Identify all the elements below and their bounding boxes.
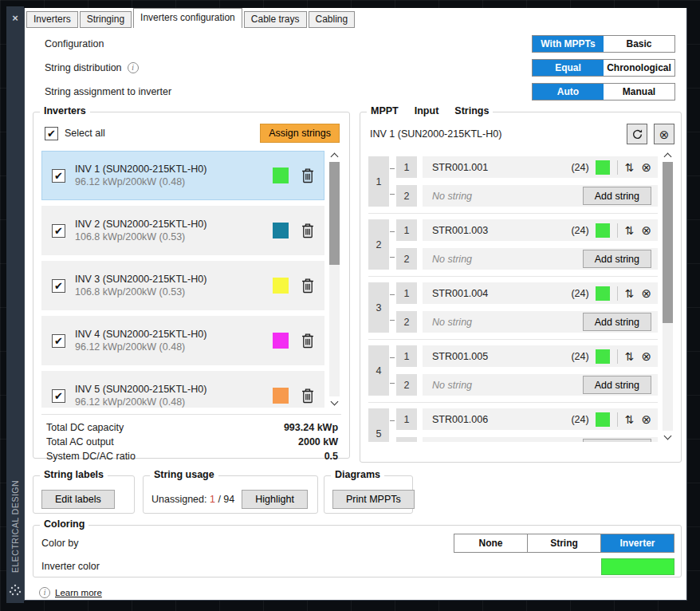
remove-string-icon[interactable]: ⊗ (641, 412, 651, 427)
string-name: STR001.006 (432, 414, 488, 425)
string-distribution-toggle: Equal Chronological (532, 59, 675, 77)
inverter-name: INV 2 (SUN2000-215KTL-H0) (75, 219, 206, 230)
remove-string-icon[interactable]: ⊗ (641, 349, 651, 364)
mppt-list: 1 1 2 STR001.001 (24) ⇅ (368, 151, 658, 442)
with-mppts-option[interactable]: With MPPTs (533, 36, 604, 52)
grip-icon[interactable] (9, 584, 22, 597)
no-string-label: No string (432, 380, 472, 391)
inverter-color-swatch[interactable] (273, 223, 289, 238)
inverter-row-4[interactable]: ✔ INV 4 (SUN2000-215KTL-H0) 96.12 kWp/20… (41, 316, 324, 365)
input-number: 2 (396, 437, 417, 442)
inverter-1-checkbox[interactable]: ✔ (52, 169, 65, 183)
refresh-button[interactable] (627, 124, 647, 144)
scrollbar-thumb[interactable] (329, 162, 340, 265)
clear-assignment-button[interactable]: ⊗ (654, 124, 674, 144)
inverter-color-swatch[interactable] (273, 333, 289, 349)
string-name: STR001.004 (432, 288, 488, 299)
select-all-checkbox[interactable]: ✔ (45, 127, 58, 140)
tab-stringing[interactable]: Stringing (80, 11, 132, 28)
string-assignment-row: String assignment to inverter Auto Manua… (45, 83, 675, 101)
auto-option[interactable]: Auto (533, 84, 604, 100)
mppt-strings-legend: MPPT Input Strings (367, 105, 493, 116)
swap-string-icon[interactable]: ⇅ (625, 413, 635, 426)
empty-string-row: No string Add string (423, 311, 658, 333)
chronological-option[interactable]: Chronological (604, 60, 674, 76)
scroll-up-icon[interactable] (331, 153, 339, 161)
add-string-button[interactable]: Add string (583, 313, 651, 331)
delete-inverter-icon[interactable] (301, 333, 314, 349)
add-string-button[interactable]: Add string (583, 439, 651, 442)
strings-scrollbar[interactable] (661, 151, 674, 442)
inverter-color-picker[interactable] (601, 558, 674, 575)
inverter-details: 106.8 kWp/200kW (0.53) (75, 231, 206, 242)
coloring-box: Coloring Color by None String Inverter I… (33, 525, 682, 577)
inverter-row-1[interactable]: ✔ INV 1 (SUN2000-215KTL-H0) 96.12 kWp/20… (41, 151, 324, 200)
inverter-5-checkbox[interactable]: ✔ (52, 389, 65, 403)
manual-option[interactable]: Manual (604, 84, 674, 100)
inverter-row-3[interactable]: ✔ INV 3 (SUN2000-215KTL-H0) 106.8 kWp/20… (41, 261, 324, 310)
tab-cable-trays[interactable]: Cable trays (244, 11, 307, 28)
string-assignment-label: String assignment to inverter (45, 86, 171, 97)
string-color-swatch (596, 223, 610, 238)
inverter-4-checkbox[interactable]: ✔ (52, 334, 65, 348)
color-by-toggle: None String Inverter (454, 534, 674, 553)
delete-inverter-icon[interactable] (301, 168, 314, 183)
color-by-string-option[interactable]: String (527, 534, 600, 552)
color-by-none-option[interactable]: None (454, 534, 527, 552)
remove-string-icon[interactable]: ⊗ (641, 286, 651, 301)
scroll-down-icon[interactable] (331, 398, 339, 406)
scroll-down-icon[interactable] (664, 432, 672, 440)
input-number: 2 (396, 185, 417, 207)
delete-inverter-icon[interactable] (301, 278, 314, 294)
color-by-label: Color by (41, 538, 79, 549)
add-string-button[interactable]: Add string (583, 376, 651, 394)
inverter-color-swatch[interactable] (273, 388, 289, 404)
assign-strings-button[interactable]: Assign strings (260, 124, 340, 143)
delete-inverter-icon[interactable] (301, 223, 314, 238)
remove-string-icon[interactable]: ⊗ (641, 160, 651, 175)
inverter-2-checkbox[interactable]: ✔ (52, 224, 65, 238)
string-labels-title: String labels (40, 469, 108, 480)
basic-option[interactable]: Basic (604, 36, 674, 52)
empty-string-row: No string Add string (423, 248, 658, 270)
inverters-panel: Inverters ✔ Select all Assign strings ✔ … (33, 112, 350, 459)
totals-section: Total DC capacity993.24 kWp Total AC out… (41, 414, 341, 463)
swap-string-icon[interactable]: ⇅ (625, 287, 635, 300)
inverter-row-2[interactable]: ✔ INV 2 (SUN2000-215KTL-H0) 106.8 kWp/20… (41, 206, 324, 255)
delete-inverter-icon[interactable] (301, 388, 314, 404)
inverter-color-swatch[interactable] (273, 168, 289, 183)
tab-inverters-configuration[interactable]: Inverters configuration (133, 8, 242, 28)
mppt-group-4: 4 1 2 STR001.005 (24) ⇅ (368, 339, 658, 402)
scrollbar-thumb[interactable] (663, 162, 673, 323)
edit-labels-button[interactable]: Edit labels (41, 490, 115, 509)
mppt-number: 5 (368, 408, 389, 442)
inverter-name: INV 5 (SUN2000-215KTL-H0) (75, 384, 206, 395)
close-icon[interactable]: × (6, 12, 24, 24)
string-distribution-label: String distribution (45, 62, 122, 73)
string-row: STR001.006 (24) ⇅ ⊗ (423, 408, 658, 430)
color-by-inverter-option[interactable]: Inverter (600, 534, 674, 552)
string-usage-box: String usage Unassigned: 1 / 94 Highligh… (143, 475, 318, 514)
inverter-row-5[interactable]: ✔ INV 5 (SUN2000-215KTL-H0) 96.12 kWp/20… (41, 371, 324, 408)
tab-inverters[interactable]: Inverters (26, 11, 78, 28)
print-mppts-button[interactable]: Print MPPTs (332, 490, 415, 509)
scroll-up-icon[interactable] (664, 153, 672, 161)
empty-string-row: No string Add string (423, 185, 658, 207)
swap-string-icon[interactable]: ⇅ (625, 161, 635, 174)
tab-cabling[interactable]: Cabling (309, 11, 356, 28)
learn-more-link[interactable]: Learn more (55, 588, 102, 597)
swap-string-icon[interactable]: ⇅ (625, 224, 635, 237)
string-name: STR001.003 (432, 225, 488, 236)
diagrams-box: Diagrams Print MPPTs (324, 475, 413, 514)
info-icon[interactable]: i (128, 62, 139, 73)
remove-string-icon[interactable]: ⊗ (641, 223, 651, 238)
inverter-color-swatch[interactable] (273, 278, 289, 294)
inverter-list-scrollbar[interactable] (328, 151, 341, 408)
inverter-3-checkbox[interactable]: ✔ (52, 279, 65, 293)
highlight-button[interactable]: Highlight (242, 490, 308, 509)
swap-string-icon[interactable]: ⇅ (625, 350, 635, 363)
equal-option[interactable]: Equal (533, 60, 604, 76)
string-color-swatch (596, 349, 610, 364)
add-string-button[interactable]: Add string (583, 187, 651, 205)
add-string-button[interactable]: Add string (583, 250, 651, 268)
